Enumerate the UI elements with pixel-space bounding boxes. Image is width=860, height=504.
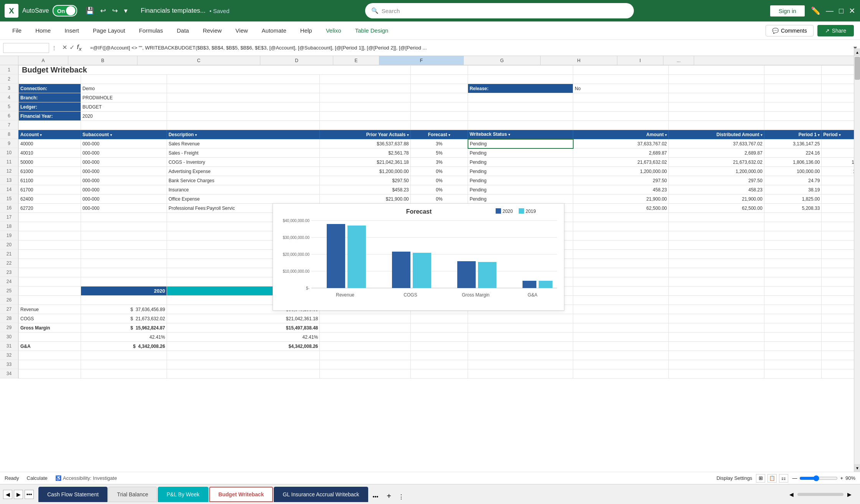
cell-i7[interactable] [764, 121, 821, 130]
col-header-h[interactable]: H [541, 56, 617, 65]
summary-gm-2019[interactable]: $15,497,838.48 [167, 323, 319, 333]
cell-prior-14[interactable]: $458.23 [320, 185, 411, 194]
cell-i6[interactable] [764, 112, 821, 121]
cell-b7[interactable] [81, 121, 167, 130]
zoom-slider[interactable] [799, 475, 838, 481]
menu-help[interactable]: Help [294, 25, 318, 36]
cell-forecast-12[interactable]: 0% [410, 167, 468, 176]
cell-amount-10[interactable]: 2,689.87 [573, 148, 669, 158]
summary-pct-2019[interactable]: 42.41% [167, 333, 319, 342]
formula-input[interactable]: =@IF([@Account] <> "", WRITEBACKBUDGET($… [87, 43, 851, 52]
cell-desc-10[interactable]: Sales - Freight [167, 148, 319, 158]
autosave-toggle[interactable]: On [53, 5, 77, 16]
cell-forecast-9[interactable]: 3% [410, 139, 468, 148]
cell-subaccount-12[interactable]: 000-000 [81, 167, 167, 176]
cell-desc-15[interactable]: Office Expense [167, 194, 319, 204]
cell-g4[interactable] [573, 93, 669, 102]
cell-prior-13[interactable]: $297.50 [320, 176, 411, 185]
cell-c3[interactable] [167, 84, 319, 93]
cell-f6[interactable] [468, 112, 573, 121]
summary-gm-2020[interactable]: $ 15,962,824.87 [81, 323, 167, 333]
summary-pct-2020[interactable]: 42.41% [81, 333, 167, 342]
signin-button[interactable]: Sign in [769, 5, 805, 17]
cell-amount-11[interactable]: 21,673,632.02 [573, 158, 669, 167]
menu-automate[interactable]: Automate [256, 25, 293, 36]
col-header-b[interactable]: B [68, 56, 137, 65]
row-num-12[interactable]: 12 [0, 166, 18, 176]
cell-e2[interactable] [410, 75, 468, 84]
cell-c6[interactable] [167, 112, 319, 121]
cell-desc-12[interactable]: Advertising Expense [167, 167, 319, 176]
cell-desc-13[interactable]: Bank Service Charges [167, 176, 319, 185]
row-num-18[interactable]: 18 [0, 222, 18, 231]
confirm-formula-icon[interactable]: ✓ [69, 44, 74, 52]
cell-e5[interactable] [410, 102, 468, 112]
cell-distributed-9[interactable]: 37,633,767.02 [669, 139, 764, 148]
row-num-29[interactable]: 29 [0, 323, 18, 332]
cell-writeback-12[interactable]: Pending [468, 167, 573, 176]
vertical-scrollbar[interactable]: ▲ ▼ [854, 48, 860, 472]
cell-i3[interactable] [764, 84, 821, 93]
cell-account-16[interactable]: 62720 [19, 204, 81, 213]
cell-distributed-11[interactable]: 21,673,632.02 [669, 158, 764, 167]
menu-data[interactable]: Data [170, 25, 195, 36]
row-num-24[interactable]: 24 [0, 277, 18, 286]
tab-trial-balance[interactable]: Trial Balance [108, 487, 157, 502]
cell-g5[interactable] [573, 102, 669, 112]
cell-f1[interactable] [468, 66, 573, 75]
row-num-9[interactable]: 9 [0, 139, 18, 148]
search-box[interactable]: 🔍 Search [365, 3, 634, 18]
cell-h7[interactable] [669, 121, 764, 130]
col-header-a[interactable]: A [18, 56, 68, 65]
cell-b2[interactable] [81, 75, 167, 84]
cell-forecast-11[interactable]: 3% [410, 158, 468, 167]
cell-e4[interactable] [410, 93, 468, 102]
cell-g7[interactable] [573, 121, 669, 130]
cell-account-11[interactable]: 50000 [19, 158, 81, 167]
period1-dropdown-icon[interactable]: ▾ [818, 133, 820, 137]
cell-f4[interactable] [468, 93, 573, 102]
description-dropdown-icon[interactable]: ▾ [195, 133, 197, 137]
cell-h1[interactable] [669, 66, 764, 75]
add-sheet-button[interactable]: + [383, 490, 395, 502]
h-scroll-bar[interactable] [797, 493, 843, 496]
cell-forecast-15[interactable]: 0% [410, 194, 468, 204]
cell-subaccount-16[interactable]: 000-000 [81, 204, 167, 213]
row-num-3[interactable]: 3 [0, 84, 18, 93]
account-dropdown-icon[interactable]: ▾ [40, 133, 42, 137]
cell-forecast-13[interactable]: 0% [410, 176, 468, 185]
comments-button[interactable]: 💬 Comments [766, 25, 814, 36]
cell-prior-11[interactable]: $21,042,361.18 [320, 158, 411, 167]
row-num-15[interactable]: 15 [0, 194, 18, 203]
cell-writeback-10[interactable]: Pending [468, 148, 573, 158]
cell-account-13[interactable]: 61100 [19, 176, 81, 185]
cell-period1-14[interactable]: 38.19 [764, 185, 821, 194]
close-icon[interactable]: ✕ [849, 6, 855, 15]
header-distributed[interactable]: Distributed Amount ▾ [669, 130, 764, 139]
tab-scroll-right-button[interactable]: ▶ [14, 490, 23, 499]
cell-writeback-15[interactable]: Pending [468, 194, 573, 204]
row-num-26[interactable]: 26 [0, 295, 18, 305]
row-num-21[interactable]: 21 [0, 249, 18, 259]
cell-writeback-13[interactable]: Pending [468, 176, 573, 185]
cell-distributed-10[interactable]: 2,689.87 [669, 148, 764, 158]
row-num-14[interactable]: 14 [0, 185, 18, 194]
ledger-value[interactable]: BUDGET [81, 102, 167, 112]
row-num-22[interactable]: 22 [0, 259, 18, 268]
cell-period1-9[interactable]: 3,136,147.25 [764, 139, 821, 148]
cell-desc-9[interactable]: Sales Revenue [167, 139, 319, 148]
cell-c7[interactable] [167, 121, 319, 130]
cell-subaccount-13[interactable]: 000-000 [81, 176, 167, 185]
row-num-17[interactable]: 17 [0, 212, 18, 222]
subaccount-dropdown-icon[interactable]: ▾ [110, 133, 112, 137]
cell-forecast-14[interactable]: 0% [410, 185, 468, 194]
menu-review[interactable]: Review [197, 25, 228, 36]
cell-account-12[interactable]: 61000 [19, 167, 81, 176]
header-subaccount[interactable]: Subaccount ▾ [81, 130, 167, 139]
cell-writeback-14[interactable]: Pending [468, 185, 573, 194]
cell-account-15[interactable]: 62400 [19, 194, 81, 204]
row-num-28[interactable]: 28 [0, 314, 18, 323]
cell-distributed-15[interactable]: 21,900.00 [669, 194, 764, 204]
cell-subaccount-9[interactable]: 000-000 [81, 139, 167, 148]
row-num-11[interactable]: 11 [0, 157, 18, 166]
